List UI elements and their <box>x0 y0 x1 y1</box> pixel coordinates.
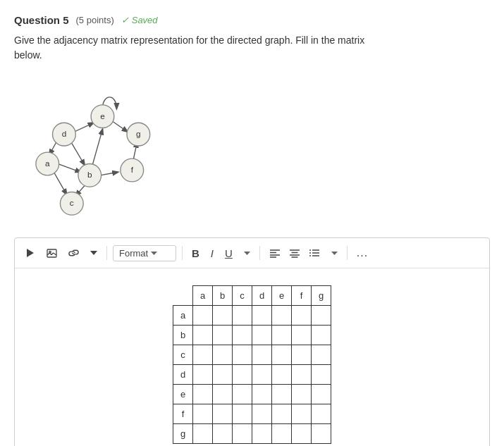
editor-content[interactable]: a b c d e f g abcdefg <box>15 268 489 446</box>
cell-d-c[interactable] <box>233 365 252 385</box>
toolbar-divider-1 <box>106 246 107 260</box>
cell-g-c[interactable] <box>233 424 252 444</box>
col-header-c: c <box>233 286 252 306</box>
svg-line-6 <box>72 143 85 165</box>
underline-button[interactable]: U <box>221 244 236 262</box>
cell-e-a[interactable] <box>193 385 213 404</box>
image-button[interactable] <box>43 246 61 261</box>
cell-f-g[interactable] <box>312 404 331 424</box>
svg-marker-27 <box>90 251 97 255</box>
corner-cell <box>173 286 193 306</box>
list-dropdown[interactable] <box>328 249 341 258</box>
cell-e-g[interactable] <box>312 385 331 404</box>
more-options-button[interactable]: ... <box>353 244 371 262</box>
col-header-f: f <box>292 286 312 306</box>
cell-e-f[interactable] <box>292 385 312 404</box>
row-header-g: g <box>173 424 193 444</box>
cell-d-d[interactable] <box>252 365 272 385</box>
cell-c-e[interactable] <box>272 345 292 365</box>
align-left-icon <box>269 249 281 258</box>
row-header-a: a <box>173 306 193 326</box>
cell-f-a[interactable] <box>193 404 213 424</box>
cell-a-d[interactable] <box>252 306 272 326</box>
saved-badge: ✓ Saved <box>121 15 158 25</box>
cell-c-a[interactable] <box>193 345 213 365</box>
svg-line-4 <box>100 172 118 175</box>
link-button[interactable] <box>65 246 82 260</box>
cell-a-g[interactable] <box>312 306 331 326</box>
cell-f-c[interactable] <box>233 404 252 424</box>
cell-f-e[interactable] <box>272 404 292 424</box>
italic-button[interactable]: I <box>207 244 217 262</box>
svg-point-26 <box>49 251 51 252</box>
svg-line-7 <box>74 123 93 132</box>
cell-e-d[interactable] <box>252 385 272 404</box>
cell-b-d[interactable] <box>252 326 272 345</box>
cell-e-c[interactable] <box>233 385 252 404</box>
cell-g-g[interactable] <box>312 424 331 444</box>
toolbar-divider-3 <box>259 246 260 260</box>
text-format-dropdown[interactable] <box>240 249 254 258</box>
svg-marker-24 <box>27 249 34 257</box>
format-label: Format <box>119 248 148 259</box>
question-points: (5 points) <box>76 15 114 25</box>
cell-d-g[interactable] <box>312 365 331 385</box>
cell-b-b[interactable] <box>213 326 233 345</box>
list-button[interactable] <box>305 246 324 261</box>
cell-a-f[interactable] <box>292 306 312 326</box>
bold-button[interactable]: B <box>188 244 203 262</box>
col-header-g: g <box>312 286 331 306</box>
cell-d-f[interactable] <box>292 365 312 385</box>
editor-toolbar: Format B I U <box>15 238 489 268</box>
cell-a-e[interactable] <box>272 306 292 326</box>
cell-g-d[interactable] <box>252 424 272 444</box>
cell-f-b[interactable] <box>213 404 233 424</box>
format-chevron-icon <box>151 252 157 255</box>
cell-a-a[interactable] <box>193 306 213 326</box>
col-header-b: b <box>213 286 233 306</box>
cell-d-a[interactable] <box>193 365 213 385</box>
format-dropdown[interactable]: Format <box>113 245 176 261</box>
text-format-chevron-icon <box>244 252 250 255</box>
align-center-button[interactable] <box>285 246 304 261</box>
cell-f-f[interactable] <box>292 404 312 424</box>
cell-c-c[interactable] <box>233 345 252 365</box>
toolbar-divider-4 <box>347 246 348 260</box>
cell-b-a[interactable] <box>193 326 213 345</box>
col-header-a: a <box>193 286 213 306</box>
cell-e-b[interactable] <box>213 385 233 404</box>
cell-b-c[interactable] <box>233 326 252 345</box>
cell-d-e[interactable] <box>272 365 292 385</box>
align-left-button[interactable] <box>266 246 284 261</box>
svg-text:d: d <box>62 129 67 139</box>
cell-a-c[interactable] <box>233 306 252 326</box>
cell-e-e[interactable] <box>272 385 292 404</box>
cell-b-e[interactable] <box>272 326 292 345</box>
row-header-b: b <box>173 326 193 345</box>
cell-c-b[interactable] <box>213 345 233 365</box>
cell-d-b[interactable] <box>213 365 233 385</box>
col-header-d: d <box>252 286 272 306</box>
cell-f-d[interactable] <box>252 404 272 424</box>
cell-c-g[interactable] <box>312 345 331 365</box>
svg-text:b: b <box>87 170 92 180</box>
list-chevron-icon <box>331 252 338 255</box>
cell-g-a[interactable] <box>193 424 213 444</box>
list-icon <box>309 249 320 258</box>
align-center-icon <box>289 249 300 258</box>
more-tools-dropdown[interactable] <box>87 248 101 258</box>
question-text: Give the adjacency matrix representation… <box>14 33 490 63</box>
cell-b-g[interactable] <box>312 326 331 345</box>
cell-c-f[interactable] <box>292 345 312 365</box>
cell-g-f[interactable] <box>292 424 312 444</box>
cell-c-d[interactable] <box>252 345 272 365</box>
svg-text:e: e <box>100 111 105 121</box>
play-button[interactable] <box>22 245 39 261</box>
cell-b-f[interactable] <box>292 326 312 345</box>
cell-a-b[interactable] <box>213 306 233 326</box>
row-header-d: d <box>173 365 193 385</box>
svg-text:a: a <box>45 159 50 168</box>
toolbar-divider-2 <box>182 246 183 260</box>
cell-g-e[interactable] <box>272 424 292 444</box>
cell-g-b[interactable] <box>213 424 233 444</box>
